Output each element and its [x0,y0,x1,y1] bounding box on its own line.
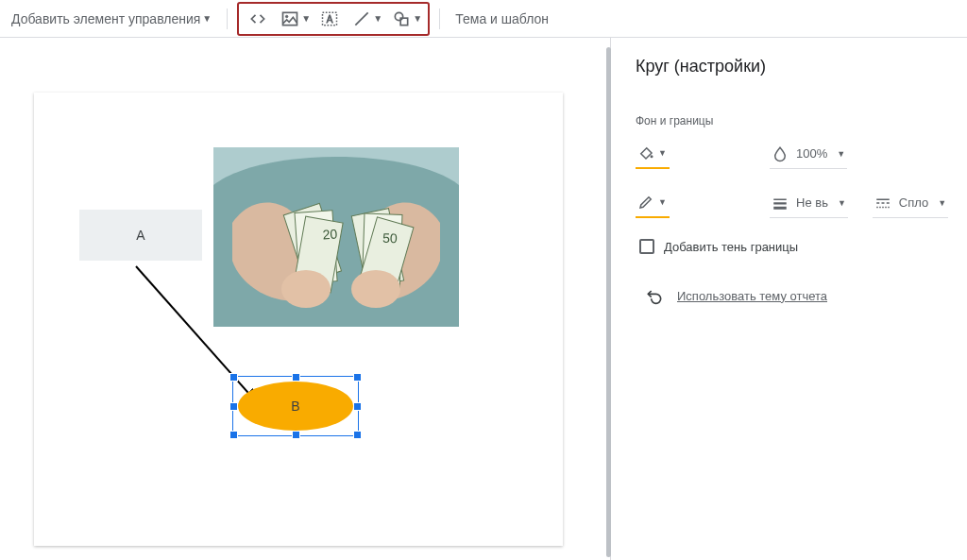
opacity-value: 100% [792,146,833,161]
properties-panel: Круг (настройки) Фон и границы ▼ 100% ▼ … [610,38,967,560]
svg-rect-20 [773,202,787,204]
border-weight-value: Не вь [792,195,834,210]
svg-point-4 [396,12,403,20]
caret-down-icon: ▼ [938,198,946,208]
border-color-control[interactable]: ▼ [636,190,670,218]
resize-handle[interactable] [353,402,362,411]
theme-template-label: Тема и шаблон [455,11,549,26]
paint-bucket-icon [637,144,654,161]
ellipse-label: B [291,399,299,414]
image-icon[interactable]: ▼ [277,6,311,32]
pencil-icon [637,194,654,211]
fill-row: ▼ 100% ▼ [636,141,950,169]
caret-down-icon: ▼ [838,198,846,208]
add-control-label: Добавить элемент управления [11,11,200,26]
resize-handle[interactable] [292,373,300,382]
resize-handle[interactable] [229,431,238,439]
border-style-value: Спло [895,195,934,210]
reset-theme-label: Использовать тему отчета [677,289,827,303]
scrollbar[interactable] [606,47,611,557]
svg-rect-21 [773,206,787,209]
caret-down-icon: ▼ [202,13,212,24]
report-canvas[interactable]: A 20 [34,93,563,546]
svg-text:A: A [327,14,333,25]
line-icon[interactable]: ▼ [348,6,382,32]
embedded-image[interactable]: 20 50 [213,147,459,327]
panel-title: Круг (настройки) [636,57,950,76]
svg-rect-19 [773,198,787,200]
shape-ellipse-b-selected[interactable]: B [232,376,359,436]
border-row: ▼ Не вь ▼ Спло ▼ [636,190,950,218]
svg-point-18 [651,155,653,158]
canvas-area[interactable]: A 20 [0,38,610,560]
svg-point-15 [281,270,331,308]
shape-icon[interactable]: ▼ [388,6,422,32]
shape-rectangle-a[interactable]: A [79,210,202,261]
use-report-theme-link[interactable]: Использовать тему отчета [645,286,950,305]
svg-point-16 [351,270,400,308]
resize-handle[interactable] [353,431,362,439]
opacity-icon [772,145,789,162]
resize-handle[interactable] [229,373,238,382]
caret-down-icon: ▼ [413,13,422,24]
textbox-icon[interactable]: A [316,6,343,32]
border-weight-control[interactable]: Не вь ▼ [770,191,848,218]
svg-point-1 [286,15,289,18]
rectangle-label: A [136,228,144,243]
workspace: A 20 [0,38,967,560]
embed-code-icon[interactable] [245,6,271,32]
toolbar-separator [227,8,228,29]
resize-handle[interactable] [353,373,362,382]
caret-down-icon: ▼ [373,13,382,24]
section-heading-bg-border: Фон и границы [636,114,950,127]
shape-ellipse-b[interactable]: B [238,382,353,431]
svg-rect-22 [876,198,890,200]
svg-text:20: 20 [322,226,338,242]
resize-handle[interactable] [292,431,300,439]
fill-color-control[interactable]: ▼ [636,141,670,169]
insert-tools-group: ▼ A ▼ ▼ [237,2,430,36]
toolbar: Добавить элемент управления ▼ ▼ A ▼ ▼ Те… [0,0,967,38]
svg-text:50: 50 [382,230,398,246]
toolbar-separator [439,8,440,29]
add-control-button[interactable]: Добавить элемент управления ▼ [6,8,217,30]
border-shadow-checkbox[interactable]: Добавить тень границы [639,239,950,254]
caret-down-icon: ▼ [658,148,667,158]
theme-template-button[interactable]: Тема и шаблон [450,8,554,30]
resize-handle[interactable] [229,402,238,411]
border-style-control[interactable]: Спло ▼ [873,191,948,218]
line-weight-icon [772,195,789,212]
caret-down-icon: ▼ [837,149,845,159]
caret-down-icon: ▼ [301,13,311,24]
checkbox-label: Добавить тень границы [664,240,798,254]
checkbox-icon [639,239,654,254]
undo-icon [645,286,664,305]
caret-down-icon: ▼ [658,197,667,207]
opacity-control[interactable]: 100% ▼ [770,142,847,169]
line-style-icon [874,195,891,212]
